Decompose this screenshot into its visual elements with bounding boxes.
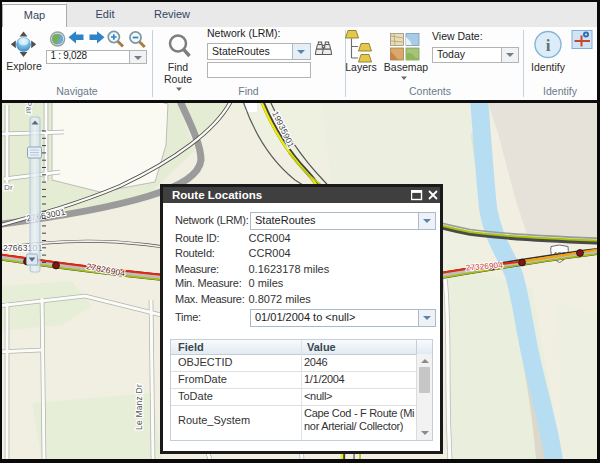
svg-text:Dr: Dr xyxy=(4,183,13,192)
svg-text:27826904: 27826904 xyxy=(86,261,127,278)
svg-text:Le Manz Dr: Le Manz Dr xyxy=(134,384,144,430)
svg-text:i: i xyxy=(546,36,551,55)
svg-text:Par: Par xyxy=(24,103,33,114)
svg-text:27326904: 27326904 xyxy=(465,261,503,273)
